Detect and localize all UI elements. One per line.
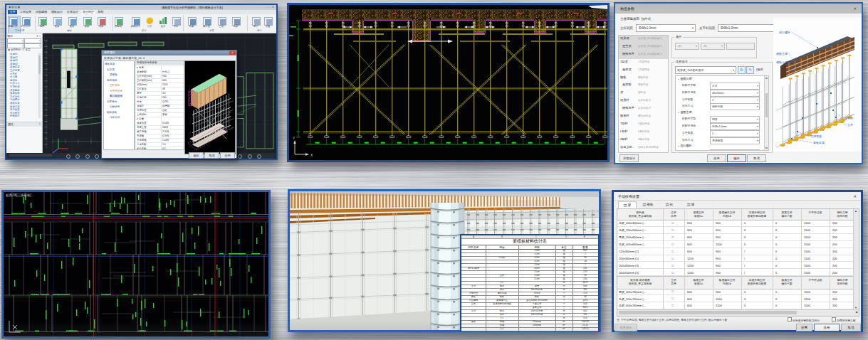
svg-text:垫板支撑: 垫板支撑 — [813, 141, 825, 145]
svg-text:可调底座: 可调底座 — [810, 134, 822, 138]
svg-text:Y: Y — [293, 136, 296, 140]
svg-text:对拉螺栓: 对拉螺栓 — [779, 31, 790, 34]
svg-text:模板主楞: 模板主楞 — [776, 52, 788, 55]
svg-text:立杆: 立杆 — [847, 123, 853, 127]
svg-text:X: X — [310, 153, 313, 157]
svg-text:水平杆: 水平杆 — [845, 117, 853, 120]
svg-text:模板次楞: 模板次楞 — [776, 60, 788, 64]
